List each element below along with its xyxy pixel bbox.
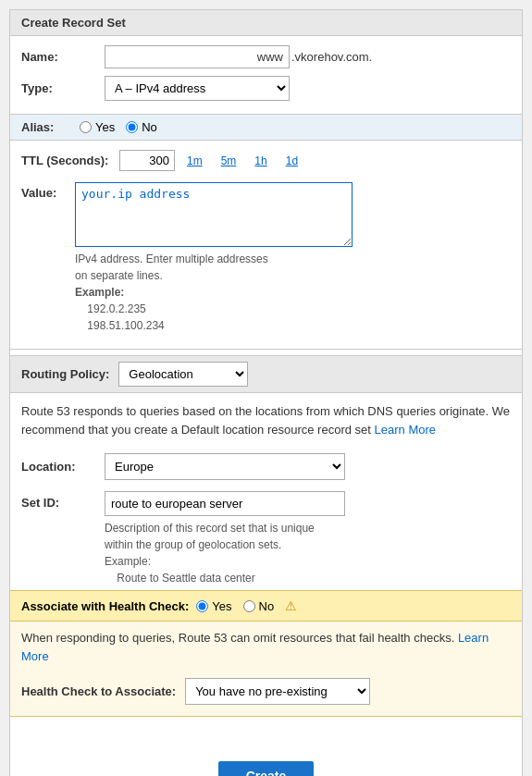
alias-no-label: No [142,120,157,134]
routing-policy-select[interactable]: Simple Weighted Latency Failover Geoloca… [118,362,248,387]
warning-icon: ⚠ [285,598,297,613]
setid-hint-example-value: Route to Seattle data center [117,572,254,585]
health-yes-label: Yes [212,599,231,613]
value-hint-example-label: Example: [75,286,124,299]
health-check-label: Associate with Health Check: [21,599,189,613]
name-label: Name: [21,50,105,64]
alias-label: Alias: [21,120,72,134]
value-hint-line2: on separate lines. [75,269,163,282]
value-section: Value: your.ip address IPv4 address. Ent… [10,182,522,343]
setid-input[interactable] [105,491,345,516]
health-description: When responding to queries, Route 53 can… [10,622,522,672]
setid-hint-example-label: Example: [105,555,151,568]
routing-description: Route 53 responds to queries based on th… [10,393,522,448]
type-label: Type: [21,81,105,95]
location-label: Location: [21,460,95,474]
setid-hint-line1: Description of this record set that is u… [105,522,315,535]
location-row: Location: Default Africa Antarctica Asia… [10,448,522,486]
value-hint-example1: 192.0.2.235 [87,302,145,315]
create-record-set-panel: Create Record Set Name: .vkorehov.com. T… [9,9,523,776]
health-no-label: No [259,599,275,613]
setid-hint: Description of this record set that is u… [105,520,345,586]
ttl-1d-button[interactable]: 1d [279,152,304,170]
health-check-header: Associate with Health Check: Yes No ⚠ [10,591,522,622]
location-select[interactable]: Default Africa Antarctica Asia Australia… [105,453,345,480]
setid-row: Set ID: Description of this record set t… [10,486,522,590]
value-textarea[interactable]: your.ip address [75,182,353,247]
setid-hint-line2: within the group of geolocation sets. [105,538,281,551]
alias-row: Alias: Yes No [10,114,522,141]
ttl-1h-button[interactable]: 1h [248,152,273,170]
ttl-section: TTL (Seconds): 1m 5m 1h 1d [10,141,522,182]
domain-suffix: .vkorehov.com. [290,50,372,64]
health-description-text: When responding to queries, Route 53 can… [21,631,454,645]
alias-radio-group: Yes No [80,120,157,134]
health-yes-option[interactable]: Yes [196,599,231,613]
health-check-section: Associate with Health Check: Yes No ⚠ Wh… [10,590,522,717]
health-check-select[interactable]: You have no pre-existing [185,678,370,705]
ttl-input[interactable] [119,150,175,171]
alias-no-radio[interactable] [126,121,138,133]
ttl-1m-button[interactable]: 1m [180,152,209,170]
routing-learn-more-link[interactable]: Learn More [375,423,436,437]
create-button[interactable]: Create [218,761,315,776]
ttl-5m-button[interactable]: 5m [215,152,243,170]
value-label: Value: [21,182,68,200]
health-check-associate-label: Health Check to Associate: [21,684,176,698]
ttl-label: TTL (Seconds): [21,154,114,167]
value-hint: IPv4 address. Enter multiple addresses o… [75,251,511,334]
alias-yes-radio[interactable] [80,121,92,133]
health-no-radio[interactable] [243,600,255,612]
value-hint-example2: 198.51.100.234 [87,319,164,332]
health-no-option[interactable]: No [243,599,275,613]
name-prefix-input[interactable] [105,45,290,68]
alias-yes-label: Yes [95,120,115,134]
setid-col: Description of this record set that is u… [105,491,345,586]
type-select[interactable]: A – IPv4 address AAAA – IPv6 address CNA… [105,76,290,101]
routing-header: Routing Policy: Simple Weighted Latency … [10,356,522,393]
value-hint-line1: IPv4 address. Enter multiple addresses [75,253,268,265]
routing-section: Routing Policy: Simple Weighted Latency … [10,355,522,590]
alias-no-option[interactable]: No [126,120,157,134]
alias-yes-option[interactable]: Yes [80,120,115,134]
health-yes-radio[interactable] [196,600,208,612]
routing-description-text: Route 53 responds to queries based on th… [21,404,510,437]
health-check-associate-row: Health Check to Associate: You have no p… [10,672,522,716]
footer-area: Create [10,717,522,776]
health-check-radio-group: Yes No ⚠ [196,598,297,613]
setid-label: Set ID: [21,491,95,510]
panel-title: Create Record Set [10,10,522,36]
routing-policy-label: Routing Policy: [21,367,109,381]
